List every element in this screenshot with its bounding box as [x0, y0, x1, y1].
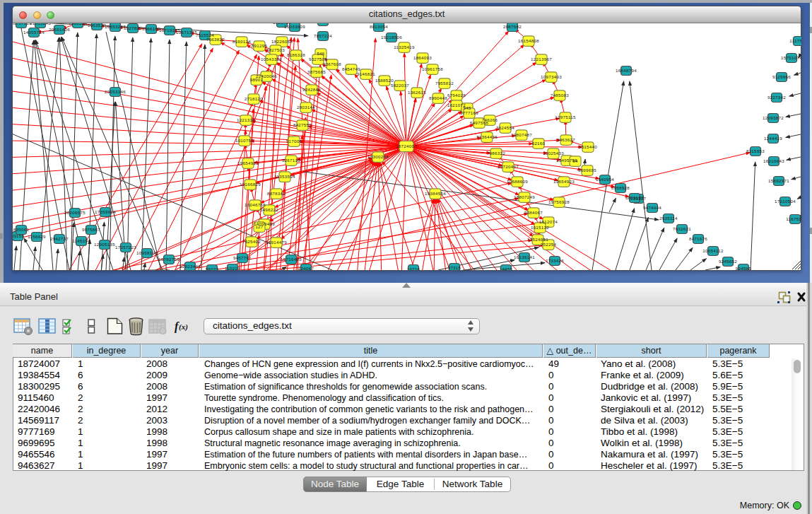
- svg-text:9975867: 9975867: [82, 227, 100, 232]
- svg-text:17357223: 17357223: [115, 245, 136, 250]
- svg-text:19166829: 19166829: [240, 182, 261, 187]
- svg-text:1640954: 1640954: [596, 177, 614, 182]
- svg-text:18300295: 18300295: [367, 154, 389, 159]
- svg-text:8427552: 8427552: [293, 122, 312, 127]
- svg-text:9129966: 9129966: [772, 74, 791, 79]
- svg-text:12093872: 12093872: [763, 115, 784, 120]
- svg-text:12213967: 12213967: [531, 57, 552, 62]
- svg-text:1588520: 1588520: [375, 78, 394, 83]
- svg-text:1244419: 1244419: [764, 136, 782, 141]
- svg-text:7955812: 7955812: [435, 81, 454, 86]
- svg-text:5498222: 5498222: [260, 207, 278, 212]
- svg-text:18807249: 18807249: [514, 194, 535, 199]
- svg-text:3624554: 3624554: [496, 125, 514, 130]
- svg-text:15716485: 15716485: [281, 257, 302, 262]
- svg-text:10688609: 10688609: [507, 179, 528, 184]
- svg-text:16914479: 16914479: [266, 240, 287, 245]
- svg-text:835061: 835061: [13, 227, 30, 232]
- svg-text:13524851: 13524851: [527, 237, 548, 242]
- svg-text:9084067: 9084067: [524, 210, 543, 215]
- svg-text:16154808: 16154808: [518, 38, 539, 43]
- svg-text:14455: 14455: [500, 267, 513, 270]
- svg-text:8186328: 8186328: [287, 52, 305, 57]
- svg-text:9777169: 9777169: [460, 110, 478, 115]
- svg-text:12923446: 12923446: [180, 264, 201, 269]
- svg-text:11325419: 11325419: [394, 45, 415, 49]
- svg-text:10807487: 10807487: [511, 132, 532, 137]
- svg-text:9515440: 9515440: [579, 144, 597, 149]
- svg-text:1063527: 1063527: [88, 23, 106, 28]
- svg-text:15751074: 15751074: [781, 55, 801, 60]
- svg-text:20206575: 20206575: [64, 210, 86, 215]
- svg-text:15720407: 15720407: [498, 164, 519, 169]
- svg-text:10958107: 10958107: [136, 250, 158, 255]
- svg-text:10671355: 10671355: [176, 30, 197, 35]
- svg-text:891295: 891295: [252, 43, 268, 48]
- svg-text:9474444: 9474444: [643, 205, 661, 210]
- svg-text:8958928: 8958928: [611, 185, 630, 190]
- svg-text:1167533: 1167533: [786, 216, 801, 221]
- svg-text:(x): (x): [179, 322, 188, 332]
- svg-text:252254: 252254: [541, 242, 557, 247]
- svg-text:8471676: 8471676: [689, 236, 707, 241]
- svg-text:18226058: 18226058: [271, 39, 293, 44]
- svg-text:9146821: 9146821: [357, 71, 375, 76]
- svg-text:9463627: 9463627: [557, 137, 575, 142]
- svg-text:10654112: 10654112: [702, 248, 724, 253]
- svg-text:64: 64: [572, 158, 578, 163]
- svg-text:6879197: 6879197: [625, 195, 644, 200]
- svg-text:9227342: 9227342: [767, 95, 786, 100]
- svg-text:20053346: 20053346: [105, 89, 126, 94]
- svg-text:21364436: 21364436: [476, 134, 498, 139]
- svg-text:1864093: 1864093: [413, 55, 432, 60]
- svg-text:16210643: 16210643: [763, 158, 784, 163]
- svg-text:1010755: 1010755: [235, 138, 254, 143]
- svg-text:16716: 16716: [407, 267, 420, 270]
- svg-text:10025433: 10025433: [543, 151, 564, 156]
- svg-text:97315: 97315: [448, 265, 461, 270]
- svg-text:15692971: 15692971: [768, 178, 789, 183]
- svg-text:16782759: 16782759: [158, 257, 180, 262]
- svg-text:62160: 62160: [532, 141, 546, 146]
- svg-text:127: 127: [255, 224, 263, 229]
- svg-text:1117534: 1117534: [789, 38, 801, 43]
- svg-text:1612074: 1612074: [539, 219, 558, 224]
- svg-text:6794028: 6794028: [447, 93, 466, 98]
- svg-text:8454749: 8454749: [342, 66, 360, 71]
- svg-text:19218506: 19218506: [381, 35, 402, 40]
- svg-text:2087682: 2087682: [503, 24, 522, 29]
- svg-text:10653267: 10653267: [105, 24, 126, 29]
- svg-text:2718120: 2718120: [245, 96, 263, 101]
- svg-text:3875685: 3875685: [307, 69, 326, 74]
- svg-text:6966160: 6966160: [142, 26, 160, 31]
- svg-text:9327508: 9327508: [309, 57, 327, 62]
- svg-text:2803144: 2803144: [297, 105, 315, 110]
- svg-text:110223: 110223: [225, 266, 240, 270]
- svg-text:19654923: 19654923: [553, 179, 575, 184]
- svg-text:1145194: 1145194: [72, 238, 90, 243]
- svg-text:8990448: 8990448: [429, 95, 447, 100]
- svg-text:917006: 917006: [286, 139, 302, 144]
- svg-text:12905135: 12905135: [94, 242, 115, 247]
- svg-text:8160124: 8160124: [233, 39, 251, 44]
- svg-text:8215953: 8215953: [746, 148, 765, 153]
- svg-text:546: 546: [317, 51, 324, 56]
- svg-text:545: 545: [463, 105, 471, 110]
- svg-text:16033809: 16033809: [284, 24, 305, 29]
- svg-text:11353594: 11353594: [274, 174, 295, 179]
- svg-text:8813054: 8813054: [370, 24, 388, 29]
- svg-text:104067: 104067: [298, 266, 314, 270]
- svg-text:16046766: 16046766: [245, 202, 266, 207]
- svg-text:2942737: 2942737: [50, 236, 69, 241]
- svg-text:16648794: 16648794: [616, 68, 637, 73]
- svg-text:19654923: 19654923: [237, 160, 259, 165]
- svg-text:1063524: 1063524: [69, 23, 87, 25]
- svg-text:19756928: 19756928: [548, 199, 570, 204]
- svg-text:2367608: 2367608: [323, 62, 341, 66]
- svg-text:1362615: 1362615: [408, 90, 426, 95]
- svg-text:2935114: 2935114: [659, 216, 678, 221]
- svg-text:18724007: 18724007: [396, 144, 417, 148]
- svg-text:98901: 98901: [250, 77, 264, 82]
- svg-text:99223: 99223: [206, 267, 219, 270]
- svg-text:20691406: 20691406: [49, 27, 70, 32]
